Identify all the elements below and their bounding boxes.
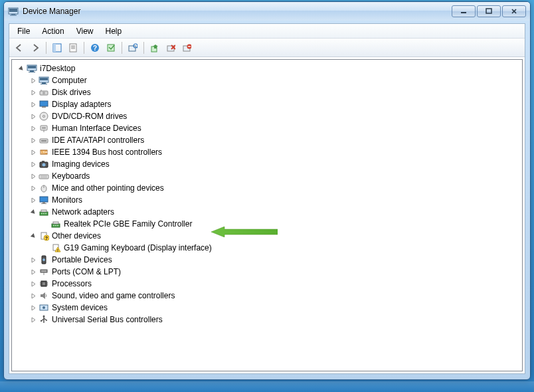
category-label[interactable]: Sound, video and game controllers xyxy=(52,290,175,302)
collapse-icon[interactable] xyxy=(29,232,37,240)
toolbar-separator xyxy=(143,42,144,54)
tree-category[interactable]: Portable Devices xyxy=(13,254,521,266)
tree-category[interactable]: Computer xyxy=(13,74,521,86)
tree-category[interactable]: Monitors xyxy=(13,194,521,206)
svg-rect-52 xyxy=(39,175,48,179)
tree-category[interactable]: IDE ATA/ATAPI controllers xyxy=(13,134,521,146)
expand-icon[interactable] xyxy=(29,112,37,120)
menu-bar: File Action View Help xyxy=(9,24,525,39)
category-label[interactable]: DVD/CD-ROM drives xyxy=(52,110,127,122)
expand-icon[interactable] xyxy=(29,268,37,276)
category-label[interactable]: Computer xyxy=(52,74,87,86)
category-label[interactable]: Imaging devices xyxy=(52,158,110,170)
category-label[interactable]: System devices xyxy=(52,302,108,314)
tree-category[interactable]: Keyboards xyxy=(13,170,521,182)
hid-icon xyxy=(39,123,49,134)
category-label[interactable]: Monitors xyxy=(52,194,82,206)
category-label[interactable]: Portable Devices xyxy=(52,254,112,266)
category-label[interactable]: Processors xyxy=(52,278,92,290)
category-label[interactable]: Network adapters xyxy=(52,206,114,218)
tree-category[interactable]: Processors xyxy=(13,278,521,290)
svg-rect-33 xyxy=(42,82,46,84)
tree-root[interactable]: i7Desktop xyxy=(13,62,521,74)
device-label[interactable]: G19 Gaming Keyboard (Display interface) xyxy=(64,242,212,254)
tree-category[interactable]: Disk drives xyxy=(13,86,521,98)
tree-category[interactable]: Mice and other pointing devices xyxy=(13,182,521,194)
monitor-icon xyxy=(39,195,49,205)
disable-button[interactable] xyxy=(179,41,194,55)
expand-icon[interactable] xyxy=(29,100,37,108)
svg-point-80 xyxy=(44,270,44,271)
expand-icon[interactable] xyxy=(29,280,37,288)
maximize-button[interactable] xyxy=(477,5,501,17)
tree-category-other[interactable]: ? Other devices xyxy=(13,230,521,242)
forward-button[interactable] xyxy=(28,41,43,55)
expand-icon[interactable] xyxy=(29,148,37,156)
titlebar[interactable]: Device Manager xyxy=(4,2,530,21)
tree-category[interactable]: System devices xyxy=(13,302,521,314)
category-label[interactable]: IEEE 1394 Bus host controllers xyxy=(52,146,162,158)
svg-rect-28 xyxy=(28,66,36,68)
ide-icon xyxy=(39,135,49,146)
expand-icon[interactable] xyxy=(29,88,37,96)
tree-category[interactable]: Ports (COM & LPT) xyxy=(13,266,521,278)
svg-rect-59 xyxy=(41,203,46,204)
root-label[interactable]: i7Desktop xyxy=(40,62,75,74)
tree-category[interactable]: DVD/CD-ROM drives xyxy=(13,110,521,122)
svg-point-78 xyxy=(41,270,42,271)
expand-icon[interactable] xyxy=(29,136,37,144)
collapse-icon[interactable] xyxy=(17,64,25,72)
tree-category[interactable]: Sound, video and game controllers xyxy=(13,290,521,302)
expand-icon[interactable] xyxy=(29,196,37,204)
close-button[interactable] xyxy=(502,5,526,17)
svg-point-63 xyxy=(43,213,44,215)
svg-rect-57 xyxy=(40,197,48,202)
category-label[interactable]: Universal Serial Bus controllers xyxy=(52,314,163,326)
expand-icon[interactable] xyxy=(29,292,37,300)
category-label[interactable]: Disk drives xyxy=(52,86,91,98)
category-label[interactable]: Ports (COM & LPT) xyxy=(52,266,121,278)
collapse-icon[interactable] xyxy=(29,208,37,216)
expand-icon[interactable] xyxy=(29,304,37,312)
minimize-button[interactable] xyxy=(452,5,476,17)
expand-icon[interactable] xyxy=(29,160,37,168)
expand-icon[interactable] xyxy=(29,316,37,324)
category-label[interactable]: Keyboards xyxy=(52,170,90,182)
category-label[interactable]: Display adapters xyxy=(52,98,111,110)
expand-icon[interactable] xyxy=(29,184,37,192)
menu-view[interactable]: View xyxy=(71,25,99,37)
uninstall-button[interactable] xyxy=(163,41,178,55)
update-driver-button[interactable] xyxy=(147,41,162,55)
menu-file[interactable]: File xyxy=(12,25,35,37)
show-hide-console-tree-button[interactable] xyxy=(50,41,64,55)
expand-icon[interactable] xyxy=(29,76,37,84)
tree-category[interactable]: Human Interface Devices xyxy=(13,122,521,134)
tree-category[interactable]: Display adapters xyxy=(13,98,521,110)
svg-point-50 xyxy=(43,163,46,167)
menu-action[interactable]: Action xyxy=(37,25,69,37)
toolbar: ? xyxy=(9,39,525,57)
device-tree[interactable]: i7Desktop ComputerDisk drivesDisplay ada… xyxy=(11,59,523,371)
tree-category[interactable]: 1394IEEE 1394 Bus host controllers xyxy=(13,146,521,158)
svg-point-36 xyxy=(43,92,45,94)
category-label[interactable]: Human Interface Devices xyxy=(52,122,141,134)
help-button[interactable]: ? xyxy=(88,41,102,55)
properties-button[interactable] xyxy=(66,41,80,55)
category-label[interactable]: Mice and other pointing devices xyxy=(52,182,164,194)
menu-help[interactable]: Help xyxy=(100,25,128,37)
device-manager-window: Device Manager File Action View Help ? xyxy=(3,1,531,380)
scan-hardware-button[interactable] xyxy=(126,41,140,55)
tree-category[interactable]: Imaging devices xyxy=(13,158,521,170)
tree-category[interactable]: Universal Serial Bus controllers xyxy=(13,314,521,326)
tree-category-network[interactable]: Network adapters xyxy=(13,206,521,218)
action-button[interactable] xyxy=(104,41,118,55)
device-label[interactable]: Realtek PCIe GBE Family Controller xyxy=(64,218,192,230)
expand-icon[interactable] xyxy=(29,124,37,132)
expand-icon[interactable] xyxy=(29,256,37,264)
tree-device-g19[interactable]: ! G19 Gaming Keyboard (Display interface… xyxy=(13,242,521,254)
tree-device-realtek[interactable]: Realtek PCIe GBE Family Controller xyxy=(13,218,521,230)
back-button[interactable] xyxy=(12,41,27,55)
category-label[interactable]: Other devices xyxy=(52,230,101,242)
expand-icon[interactable] xyxy=(29,172,37,180)
category-label[interactable]: IDE ATA/ATAPI controllers xyxy=(52,134,144,146)
